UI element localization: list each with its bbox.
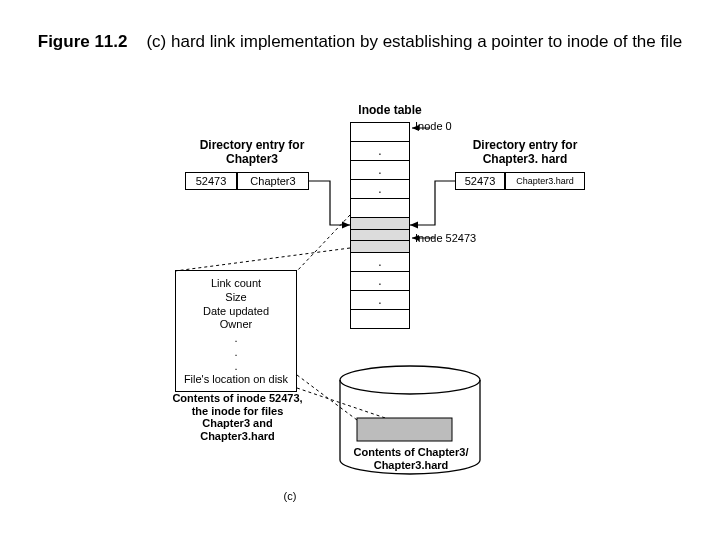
inode-contents-dot: .	[180, 360, 292, 374]
inode-caption-l4: Chapter3.hard	[200, 430, 275, 442]
inode-contents-line: Date updated	[180, 305, 292, 319]
left-dir-filename: Chapter3	[237, 172, 309, 190]
inode-contents-line: Link count	[180, 277, 292, 291]
figure-title: Figure 11.2 (c) hard link implementation…	[0, 32, 720, 52]
svg-line-2	[297, 215, 350, 271]
right-dir-heading-l2: Chapter3. hard	[483, 152, 568, 166]
right-dir-heading-l1: Directory entry for	[473, 138, 578, 152]
left-dir-heading-l2: Chapter3	[226, 152, 278, 166]
figure-caption: (c) hard link implementation by establis…	[146, 32, 682, 51]
inode-row	[351, 123, 409, 142]
inode-row-dot: .	[351, 272, 409, 291]
inode-contents-dot: .	[180, 332, 292, 346]
inode-contents-dot: .	[180, 346, 292, 360]
inode-caption-l2: the inode for files	[192, 405, 284, 417]
inode-contents-box: Link count Size Date updated Owner . . .…	[175, 270, 297, 392]
svg-rect-9	[357, 418, 452, 441]
left-dir-heading: Directory entry for Chapter3	[182, 139, 322, 167]
inode-0-label: Inode 0	[415, 120, 475, 133]
disk-caption-l1: Contents of Chapter3/	[354, 446, 469, 458]
disk-caption-l2: Chapter3.hard	[374, 459, 449, 471]
right-dir-filename: Chapter3.hard	[505, 172, 585, 190]
inode-row-dot: .	[351, 291, 409, 310]
inode-caption: Contents of inode 52473, the inode for f…	[155, 392, 320, 443]
right-dir-heading: Directory entry for Chapter3. hard	[450, 139, 600, 167]
inode-table: . . . . . .	[350, 122, 410, 329]
svg-point-6	[340, 366, 480, 394]
disk-caption: Contents of Chapter3/ Chapter3.hard	[345, 446, 477, 471]
inode-contents-line: Owner	[180, 318, 292, 332]
subfigure-label: (c)	[280, 490, 300, 503]
inode-52473-cell	[351, 218, 409, 253]
inode-caption-l1: Contents of inode 52473,	[172, 392, 302, 404]
figure-number: Figure 11.2	[38, 32, 128, 51]
inode-contents-last: File's location on disk	[180, 373, 292, 387]
inode-table-label: Inode table	[340, 104, 440, 118]
inode-row	[351, 199, 409, 218]
inode-row	[351, 310, 409, 329]
left-dir-inode-num: 52473	[185, 172, 237, 190]
right-dir-inode-num: 52473	[455, 172, 505, 190]
inode-caption-l3: Chapter3 and	[202, 417, 272, 429]
inode-row-dot: .	[351, 253, 409, 272]
inode-52473-label: Inode 52473	[415, 232, 505, 245]
inode-row-dot: .	[351, 180, 409, 199]
inode-contents-line: Size	[180, 291, 292, 305]
inode-row-dot: .	[351, 161, 409, 180]
svg-line-3	[175, 248, 350, 271]
inode-row-dot: .	[351, 142, 409, 161]
left-dir-heading-l1: Directory entry for	[200, 138, 305, 152]
